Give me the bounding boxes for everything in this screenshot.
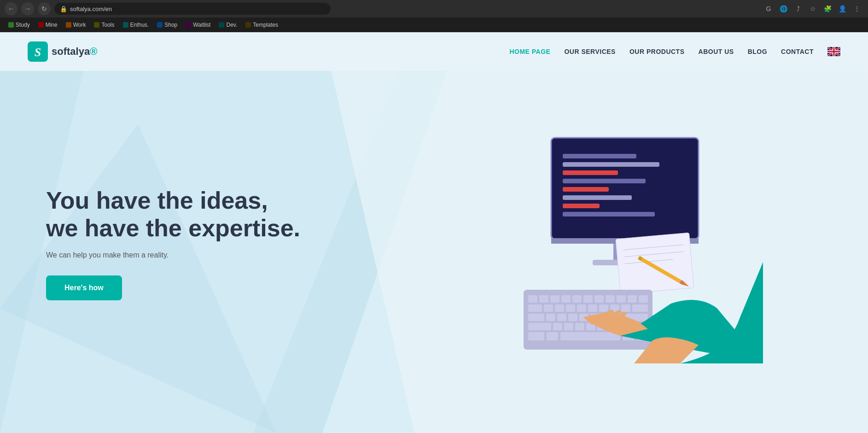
bookmark-shop-label: Shop [164, 22, 177, 28]
svg-rect-20 [563, 154, 636, 158]
bookmark-tools[interactable]: Tools [90, 20, 118, 29]
hero-headline: You have the ideas, we have the expertis… [46, 187, 300, 242]
bookmark-dev-label: Dev. [226, 22, 237, 28]
hero-headline-line1: You have the ideas, [46, 187, 268, 214]
back-button[interactable]: ← [5, 2, 17, 15]
lock-icon: 🔒 [60, 6, 67, 12]
bookmark-mine-icon [38, 22, 44, 28]
extensions-icon[interactable]: 🧩 [821, 2, 834, 15]
svg-rect-60 [546, 314, 555, 321]
svg-rect-69 [553, 323, 562, 330]
svg-rect-27 [563, 212, 655, 216]
bookmark-enthus[interactable]: Enthus. [119, 20, 153, 29]
svg-rect-53 [577, 304, 586, 312]
bookmark-work-icon [66, 22, 71, 28]
svg-rect-22 [563, 170, 618, 175]
svg-rect-51 [555, 304, 564, 312]
bookmark-templates[interactable]: Templates [242, 20, 282, 29]
site-nav: HOME PAGE OUR SERVICES OUR PRODUCTS ABOU… [509, 47, 840, 56]
hero-headline-line2: we have the expertise. [46, 215, 300, 241]
svg-rect-46 [617, 295, 626, 303]
svg-rect-26 [563, 204, 600, 208]
google-icon[interactable]: G [762, 2, 775, 15]
svg-rect-42 [572, 295, 582, 303]
bookmark-shop-icon [157, 22, 163, 28]
bookmark-waitlist-icon [186, 22, 191, 28]
nav-home[interactable]: HOME PAGE [509, 48, 550, 55]
bookmark-study-label: Study [16, 22, 30, 28]
svg-rect-78 [560, 332, 620, 340]
svg-rect-59 [528, 314, 544, 321]
browser-chrome: ← → ↻ 🔒 softalya.com/en G 🌐 ⤴ ☆ 🧩 👤 ⋮ [0, 0, 868, 18]
svg-rect-25 [563, 195, 632, 200]
uk-flag-icon [827, 47, 840, 56]
svg-rect-40 [550, 295, 559, 303]
nav-about[interactable]: ABOUT US [699, 48, 734, 55]
hero-text: You have the ideas, we have the expertis… [46, 187, 300, 301]
svg-rect-45 [606, 295, 615, 303]
svg-rect-57 [621, 304, 630, 312]
svg-rect-61 [557, 314, 566, 321]
menu-icon[interactable]: ⋮ [851, 2, 863, 15]
svg-rect-55 [599, 304, 608, 312]
url-text: softalya.com/en [70, 6, 112, 12]
svg-rect-76 [528, 332, 544, 340]
hero-svg-illustration [496, 124, 763, 363]
nav-contact[interactable]: CONTACT [781, 48, 814, 55]
nav-services[interactable]: OUR SERVICES [564, 48, 616, 55]
bookmark-templates-icon [245, 22, 251, 28]
bookmark-shop[interactable]: Shop [153, 20, 181, 29]
hero-illustration [390, 71, 868, 416]
logo-icon: S [28, 41, 48, 62]
logo-dot: ® [90, 46, 97, 57]
svg-rect-21 [563, 162, 659, 167]
language-flag[interactable] [827, 47, 840, 56]
reload-button[interactable]: ↻ [38, 2, 51, 15]
svg-text:S: S [35, 46, 41, 59]
logo[interactable]: S softalya® [28, 41, 97, 62]
svg-rect-71 [575, 323, 584, 330]
svg-rect-70 [564, 323, 573, 330]
svg-rect-38 [528, 295, 537, 303]
website: S softalya® HOME PAGE OUR SERVICES OUR P… [0, 32, 868, 433]
bookmark-enthus-icon [123, 22, 128, 28]
svg-rect-48 [639, 295, 648, 303]
translate-icon[interactable]: 🌐 [777, 2, 790, 15]
share-icon[interactable]: ⤴ [792, 2, 804, 15]
star-icon[interactable]: ☆ [806, 2, 819, 15]
svg-rect-50 [544, 304, 553, 312]
bookmark-enthus-label: Enthus. [130, 22, 149, 28]
svg-rect-52 [566, 304, 575, 312]
bookmark-waitlist[interactable]: Waitlist [182, 20, 214, 29]
cta-button[interactable]: Here's how [46, 275, 122, 300]
bookmark-tools-icon [94, 22, 99, 28]
svg-rect-43 [583, 295, 593, 303]
hero-section: You have the ideas, we have the expertis… [0, 71, 868, 416]
forward-button[interactable]: → [21, 2, 34, 15]
bookmark-study-icon [8, 22, 14, 28]
svg-rect-41 [561, 295, 571, 303]
svg-rect-58 [632, 304, 648, 312]
bookmark-work-label: Work [73, 22, 86, 28]
nav-blog[interactable]: BLOG [748, 48, 767, 55]
address-bar[interactable]: 🔒 softalya.com/en [54, 3, 331, 15]
svg-rect-39 [539, 295, 548, 303]
svg-rect-23 [563, 179, 646, 183]
bookmark-mine-label: Mine [46, 22, 58, 28]
logo-text: softalya® [52, 46, 97, 58]
nav-products[interactable]: OUR PRODUCTS [629, 48, 685, 55]
svg-rect-15 [833, 47, 835, 56]
svg-rect-49 [528, 304, 542, 312]
bookmark-waitlist-label: Waitlist [193, 22, 210, 28]
bookmark-study[interactable]: Study [5, 20, 34, 29]
svg-rect-77 [547, 332, 558, 340]
svg-rect-54 [588, 304, 597, 312]
bookmark-tools-label: Tools [101, 22, 114, 28]
bookmark-work[interactable]: Work [62, 20, 90, 29]
bookmark-templates-label: Templates [253, 22, 278, 28]
bookmark-dev[interactable]: Dev. [215, 20, 241, 29]
svg-rect-62 [568, 314, 577, 321]
svg-rect-68 [528, 323, 551, 330]
bookmark-mine[interactable]: Mine [35, 20, 61, 29]
profile-icon[interactable]: 👤 [836, 2, 849, 15]
